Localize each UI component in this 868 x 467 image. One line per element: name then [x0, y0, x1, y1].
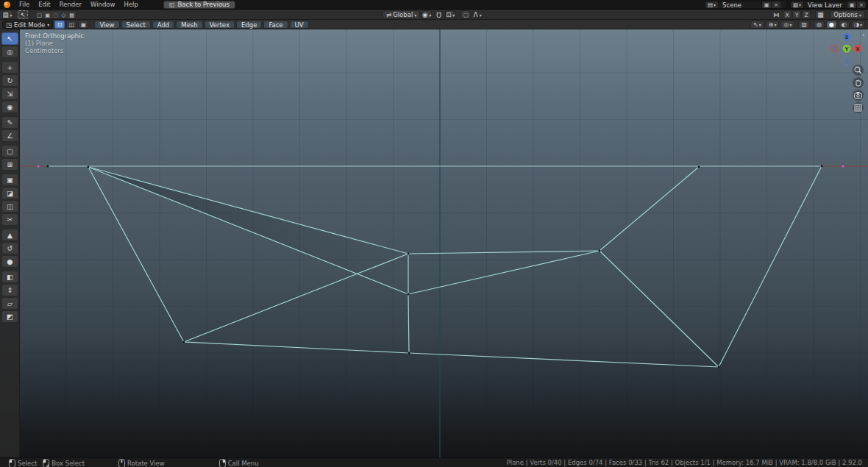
show-overlays-dropdown[interactable]: ◎▾	[780, 21, 794, 29]
tool-add-cube[interactable]: ▢	[1, 145, 18, 157]
visibility-cursor-icon: ↖	[753, 21, 758, 28]
shading-material-button[interactable]: ◐	[839, 21, 850, 29]
tool-inset-faces[interactable]: ▣	[1, 174, 18, 186]
pivot-icon: ◉	[422, 11, 427, 18]
active-tool-indicator[interactable]: ↖	[18, 10, 28, 19]
mirror-x-toggle[interactable]: X	[783, 10, 791, 19]
mode-selector-dropdown[interactable]: ◳ Edit Mode ▾	[2, 21, 53, 29]
viewport-menu-uv[interactable]: UV	[290, 21, 309, 29]
transform-orientation-dropdown[interactable]: ⇄ Global ▾	[383, 10, 420, 19]
edge-select-mode-button[interactable]: ◫	[66, 21, 77, 29]
pan-button[interactable]	[853, 77, 864, 88]
mesh-edge-BC	[408, 251, 600, 254]
mirror-icon: ⋈	[771, 10, 781, 19]
mirror-z-toggle[interactable]: Z	[802, 10, 811, 19]
menu-render[interactable]: Render	[55, 0, 86, 10]
axis-y-label: Y	[844, 46, 849, 52]
tool-edge-slide[interactable]: ◧	[1, 271, 18, 283]
scene-dropdown-button[interactable]: ▤▾	[705, 1, 719, 9]
viewport-menu-face[interactable]: Face	[263, 21, 288, 29]
proportional-falloff-dropdown[interactable]: Λ▾	[472, 10, 483, 19]
view-layer-name[interactable]: View Layer	[804, 1, 847, 9]
camera-view-button[interactable]	[853, 90, 864, 101]
view-layer-dropdown-button[interactable]: ▧▾	[791, 1, 804, 9]
axis-minus-z-handle[interactable]	[843, 57, 850, 65]
shading-solid-button[interactable]: ●	[826, 21, 837, 29]
proportional-editing-toggle[interactable]: ◌	[460, 10, 471, 19]
tool-spin[interactable]: ↺	[1, 242, 18, 254]
axis-minus-x-handle[interactable]	[831, 45, 839, 52]
select-tool-icon-0[interactable]: ▢	[35, 11, 43, 18]
tool-move[interactable]: +	[1, 61, 18, 74]
tool-smooth[interactable]: ●	[1, 255, 18, 268]
zoom-button[interactable]	[853, 65, 864, 76]
tool-loop-cut[interactable]: ◫	[1, 200, 18, 213]
toggle-perspective-button[interactable]	[853, 102, 864, 113]
app-menus: FileEditRenderWindowHelp	[15, 0, 143, 10]
unlink-scene-button[interactable]: ×	[771, 1, 780, 9]
select-tool-icon-4[interactable]: ▦	[68, 11, 76, 18]
menu-help[interactable]: Help	[119, 0, 142, 10]
shading-rendered-button[interactable]: ◑ ▾	[851, 21, 865, 29]
viewport-menu-select[interactable]: Select	[121, 21, 151, 29]
options-dropdown[interactable]: Options ▾	[830, 10, 865, 19]
object-visibility-dropdown[interactable]: ↖▾	[750, 21, 764, 29]
select-box-icon: ↖	[7, 35, 13, 43]
viewport-menu-vertex[interactable]: Vertex	[204, 21, 235, 29]
tool-extrude-region[interactable]: ⊞	[1, 158, 18, 171]
grid-icon	[853, 103, 863, 113]
menu-window[interactable]: Window	[86, 0, 120, 10]
select-tool-icon-3[interactable]: ◇	[60, 11, 68, 18]
select-tool-icon-2[interactable]: ◌	[51, 11, 60, 18]
toolbar: ↖◎+↻⇲◉✎∠▢⊞▣◪◫✂▲↺●◧⇕▱◩	[1, 32, 18, 324]
editor-type-dropdown[interactable]: ▤▾	[2, 10, 13, 19]
tool-annotate[interactable]: ✎	[1, 116, 18, 129]
scene-selector: ▤▾ Scene ▣ ×	[705, 1, 787, 9]
tool-transform[interactable]: ◉	[1, 101, 18, 113]
status-keymap-hints: SelectBox SelectRotate ViewCall Menu	[9, 458, 259, 467]
new-view-layer-button[interactable]: ▣	[847, 1, 856, 9]
navigation-gizmo[interactable]: Z X Y	[828, 30, 865, 67]
tool-bevel[interactable]: ◪	[1, 187, 18, 199]
viewport-menu-edge[interactable]: Edge	[236, 21, 262, 29]
scene-name[interactable]: Scene	[719, 1, 761, 9]
snap-base-icon-button[interactable]: ▦	[815, 10, 825, 19]
tool-shrink-fatten[interactable]: ⇕	[1, 284, 18, 296]
pivot-point-dropdown[interactable]: ◉▾	[421, 10, 432, 19]
snap-toggle[interactable]: Ω	[433, 10, 444, 19]
new-scene-button[interactable]: ▣	[761, 1, 771, 9]
vertex-select-mode-button[interactable]: ⊡	[54, 21, 65, 29]
gizmo-icon: ⊕	[769, 21, 774, 28]
tool-rip-region[interactable]: ◩	[1, 310, 18, 323]
tool-shear[interactable]: ▱	[1, 297, 18, 310]
select-tool-icon-1[interactable]: ▣	[43, 11, 51, 18]
tool-knife[interactable]: ✂	[1, 213, 18, 226]
keymap-label: Select	[18, 460, 37, 467]
tool-select-box[interactable]: ↖	[1, 32, 18, 45]
mesh-edge-IG	[408, 294, 409, 353]
tool-poly-build[interactable]: ▲	[1, 229, 18, 241]
toggle-xray-button[interactable]: ▥	[798, 21, 810, 29]
shading-wireframe-button[interactable]: ◍	[814, 21, 825, 29]
snap-target-dropdown[interactable]: ⊡▾	[445, 10, 455, 19]
viewport-menu-add[interactable]: Add	[152, 21, 174, 29]
tool-rotate[interactable]: ↻	[1, 74, 18, 87]
menu-edit[interactable]: Edit	[34, 0, 54, 10]
top-menu-bar: FileEditRenderWindowHelp ◱ Back to Previ…	[0, 0, 868, 10]
tool-cursor[interactable]: ◎	[1, 46, 18, 58]
extrude-region-icon: ⊞	[7, 161, 13, 168]
tool-measure[interactable]: ∠	[1, 129, 18, 142]
show-gizmos-dropdown[interactable]: ⊕▾	[766, 21, 780, 29]
viewport-menu-view[interactable]: View	[94, 21, 119, 29]
mesh-edge-EH	[719, 166, 822, 367]
back-to-previous-button[interactable]: ◱ Back to Previous	[163, 1, 235, 9]
face-select-mode-button[interactable]: ▣	[78, 21, 88, 29]
tool-scale[interactable]: ⇲	[1, 88, 18, 100]
blender-logo-icon[interactable]	[4, 1, 10, 8]
select-tool-cycle-group: ▢▣◌◇▦	[35, 10, 77, 19]
viewport-menu-mesh[interactable]: Mesh	[176, 21, 202, 29]
menu-file[interactable]: File	[15, 0, 34, 10]
mirror-y-toggle[interactable]: Y	[792, 10, 801, 19]
region-collapse-icon[interactable]: ‹	[862, 31, 865, 38]
remove-view-layer-button[interactable]: ×	[856, 1, 866, 9]
